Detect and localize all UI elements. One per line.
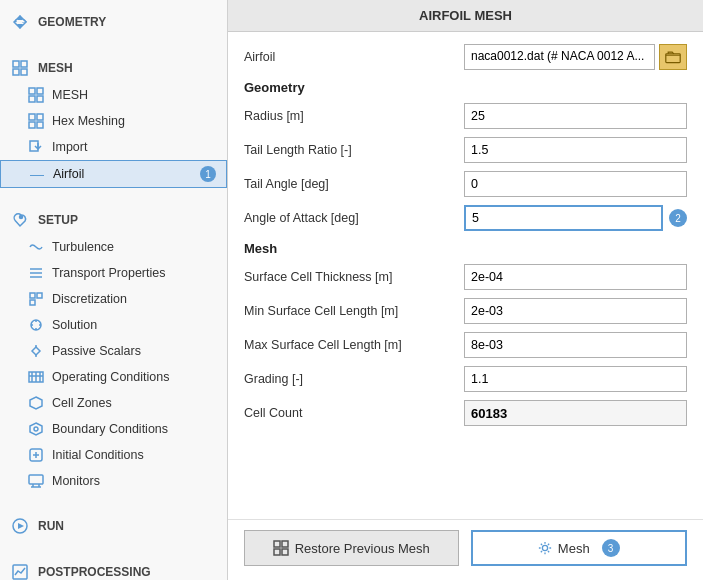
hex-meshing-label: Hex Meshing: [52, 114, 125, 128]
run-section: RUN: [0, 504, 227, 542]
angle-attack-label: Angle of Attack [deg]: [244, 211, 464, 225]
sidebar-item-initial-conditions[interactable]: Initial Conditions: [0, 442, 227, 468]
svg-marker-41: [18, 523, 24, 529]
restore-label: Restore Previous Mesh: [295, 541, 430, 556]
geometry-section-title: Geometry: [244, 80, 687, 95]
step-badge-3: 3: [602, 539, 620, 557]
solution-label: Solution: [52, 318, 97, 332]
sidebar-header-postprocessing[interactable]: POSTPROCESSING: [0, 556, 227, 580]
sidebar-item-solution[interactable]: Solution: [0, 312, 227, 338]
play-icon: [10, 516, 30, 536]
setup-section: SETUP Turbulence Transport Properties Di…: [0, 198, 227, 496]
passive-scalars-label: Passive Scalars: [52, 344, 141, 358]
svg-rect-45: [282, 541, 288, 547]
svg-point-15: [20, 216, 23, 219]
tail-angle-input[interactable]: [464, 171, 687, 197]
cell-count-row: Cell Count 60183: [244, 400, 687, 426]
svg-rect-47: [282, 549, 288, 555]
cell-count-label: Cell Count: [244, 406, 464, 420]
initial-conditions-label: Initial Conditions: [52, 448, 144, 462]
svg-rect-11: [29, 122, 35, 128]
hex-meshing-icon: [28, 113, 44, 129]
sidebar-item-mesh-main[interactable]: MESH: [0, 82, 227, 108]
max-surface-row: Max Surface Cell Length [m]: [244, 332, 687, 358]
svg-rect-46: [274, 549, 280, 555]
tail-length-row: Tail Length Ratio [-]: [244, 137, 687, 163]
step-badge-1: 1: [200, 166, 216, 182]
svg-rect-20: [37, 293, 42, 298]
import-label: Import: [52, 140, 87, 154]
passive-scalars-icon: [28, 343, 44, 359]
svg-rect-1: [13, 61, 19, 67]
mesh-main-label: MESH: [52, 88, 88, 102]
svg-rect-44: [274, 541, 280, 547]
sidebar-item-monitors[interactable]: Monitors: [0, 468, 227, 494]
svg-point-48: [542, 545, 547, 550]
tail-length-input[interactable]: [464, 137, 687, 163]
sidebar-item-cell-zones[interactable]: Cell Zones: [0, 390, 227, 416]
import-icon: [28, 139, 44, 155]
svg-rect-10: [37, 114, 43, 120]
surface-thickness-row: Surface Cell Thickness [m]: [244, 264, 687, 290]
main-content: AIRFOIL MESH Airfoil naca0012.dat (# NAC…: [228, 0, 703, 580]
grading-row: Grading [-]: [244, 366, 687, 392]
svg-rect-3: [13, 69, 19, 75]
tail-angle-label: Tail Angle [deg]: [244, 177, 464, 191]
radius-label: Radius [m]: [244, 109, 464, 123]
sidebar-header-mesh[interactable]: MESH: [0, 52, 227, 82]
angle-attack-input[interactable]: [464, 205, 663, 231]
initial-conditions-icon: [28, 447, 44, 463]
sidebar-header-run[interactable]: RUN: [0, 510, 227, 540]
surface-thickness-input[interactable]: [464, 264, 687, 290]
svg-rect-9: [29, 114, 35, 120]
boundary-conditions-icon: [28, 421, 44, 437]
sidebar-item-operating-conditions[interactable]: Operating Conditions: [0, 364, 227, 390]
sidebar-header-setup[interactable]: SETUP: [0, 204, 227, 234]
airfoil-file-value: naca0012.dat (# NACA 0012 A...: [464, 44, 655, 70]
restore-previous-mesh-button[interactable]: Restore Previous Mesh: [244, 530, 459, 566]
sidebar-item-discretization[interactable]: Discretization: [0, 286, 227, 312]
transport-properties-label: Transport Properties: [52, 266, 165, 280]
sidebar-item-airfoil[interactable]: — Airfoil 1: [0, 160, 227, 188]
svg-rect-8: [37, 96, 43, 102]
mesh-header-label: MESH: [38, 61, 73, 75]
min-surface-row: Min Surface Cell Length [m]: [244, 298, 687, 324]
wrench-icon: [10, 210, 30, 230]
svg-rect-2: [21, 61, 27, 67]
svg-rect-12: [37, 122, 43, 128]
airfoil-row: Airfoil naca0012.dat (# NACA 0012 A...: [244, 44, 687, 70]
operating-conditions-icon: [28, 369, 44, 385]
main-body: Airfoil naca0012.dat (# NACA 0012 A... G…: [228, 32, 703, 519]
surface-thickness-label: Surface Cell Thickness [m]: [244, 270, 464, 284]
postprocessing-section: POSTPROCESSING: [0, 550, 227, 580]
sidebar-item-import[interactable]: Import: [0, 134, 227, 160]
airfoil-icon: —: [29, 166, 45, 182]
main-footer: Restore Previous Mesh Mesh 3: [228, 519, 703, 580]
grading-input[interactable]: [464, 366, 687, 392]
airfoil-label: Airfoil: [244, 50, 464, 64]
grid-icon: [10, 58, 30, 78]
svg-point-32: [34, 427, 38, 431]
sidebar-item-passive-scalars[interactable]: Passive Scalars: [0, 338, 227, 364]
chart-icon: [10, 562, 30, 580]
monitors-label: Monitors: [52, 474, 100, 488]
mesh-section: MESH MESH Hex Meshing Import — Airfoil 1: [0, 46, 227, 190]
radius-row: Radius [m]: [244, 103, 687, 129]
svg-rect-7: [29, 96, 35, 102]
min-surface-input[interactable]: [464, 298, 687, 324]
radius-input[interactable]: [464, 103, 687, 129]
sidebar-item-hex-meshing[interactable]: Hex Meshing: [0, 108, 227, 134]
max-surface-input[interactable]: [464, 332, 687, 358]
sidebar-item-turbulence[interactable]: Turbulence: [0, 234, 227, 260]
cell-zones-label: Cell Zones: [52, 396, 112, 410]
sidebar-item-boundary-conditions[interactable]: Boundary Conditions: [0, 416, 227, 442]
svg-rect-19: [30, 293, 35, 298]
mesh-main-icon: [28, 87, 44, 103]
sidebar-item-transport-properties[interactable]: Transport Properties: [0, 260, 227, 286]
airfoil-browse-button[interactable]: [659, 44, 687, 70]
airfoil-label: Airfoil: [53, 167, 84, 181]
solution-icon: [28, 317, 44, 333]
sidebar-header-geometry[interactable]: GEOMETRY: [0, 6, 227, 36]
tail-angle-row: Tail Angle [deg]: [244, 171, 687, 197]
mesh-button[interactable]: Mesh 3: [471, 530, 688, 566]
